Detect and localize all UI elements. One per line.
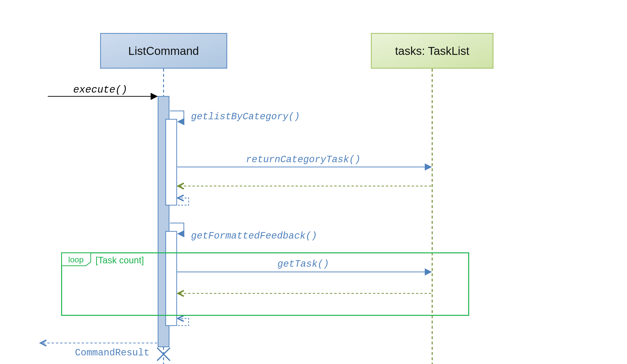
participant-listcommand-label: ListCommand (128, 45, 199, 57)
message-gettask-label: getTask() (277, 259, 329, 270)
activation-getformattedfeedback (166, 231, 177, 326)
participant-listcommand: ListCommand (101, 33, 227, 68)
fragment-loop-operator: loop (68, 255, 84, 264)
return-commandresult-label: CommandResult (75, 348, 150, 358)
message-returncategorytask-label: returnCategoryTask() (246, 154, 361, 165)
return-commandresult: CommandResult (41, 343, 157, 358)
participant-tasklist: tasks: TaskList (371, 33, 493, 68)
fragment-loop-guard: [Task count] (96, 255, 144, 265)
fragment-loop: loop [Task count] (62, 253, 469, 315)
sequence-diagram: ListCommand tasks: TaskList execute() ge… (0, 0, 627, 364)
message-getformattedfeedback-label: getFormattedFeedback() (191, 231, 317, 241)
message-gettask: getTask() (177, 259, 431, 293)
message-getlistbycategory-label: getlistByCategory() (191, 111, 300, 122)
activation-getlistbycategory (166, 119, 177, 205)
participant-tasklist-label: tasks: TaskList (395, 45, 469, 57)
message-execute-label: execute() (73, 84, 127, 96)
message-returncategorytask: returnCategoryTask() (177, 154, 431, 186)
message-getformattedfeedback: getFormattedFeedback() (166, 223, 317, 326)
message-execute: execute() (48, 84, 157, 96)
